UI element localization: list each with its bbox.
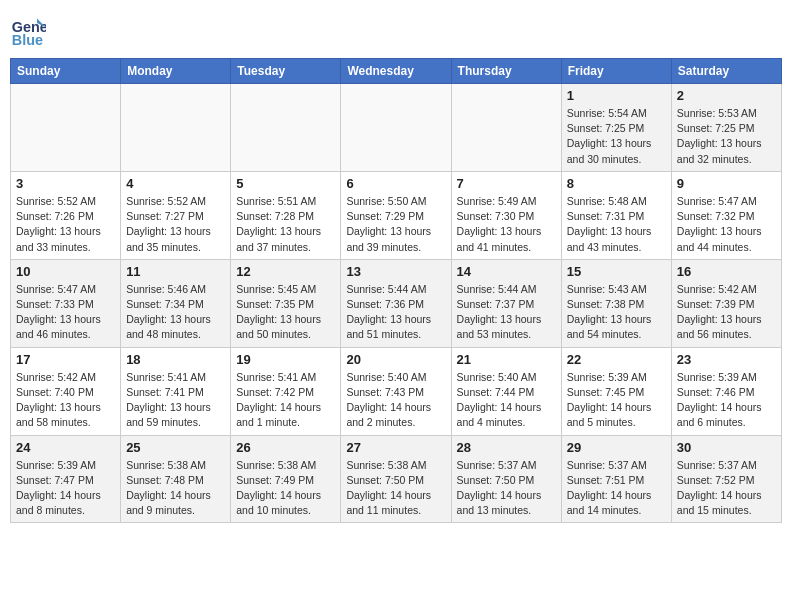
day-number: 30 <box>677 440 776 455</box>
day-detail: Sunrise: 5:42 AM Sunset: 7:40 PM Dayligh… <box>16 370 115 431</box>
calendar-cell: 6Sunrise: 5:50 AM Sunset: 7:29 PM Daylig… <box>341 171 451 259</box>
day-detail: Sunrise: 5:40 AM Sunset: 7:43 PM Dayligh… <box>346 370 445 431</box>
day-detail: Sunrise: 5:40 AM Sunset: 7:44 PM Dayligh… <box>457 370 556 431</box>
weekday-header: Tuesday <box>231 59 341 84</box>
calendar-cell <box>11 84 121 172</box>
calendar-cell: 10Sunrise: 5:47 AM Sunset: 7:33 PM Dayli… <box>11 259 121 347</box>
calendar-cell: 18Sunrise: 5:41 AM Sunset: 7:41 PM Dayli… <box>121 347 231 435</box>
day-number: 19 <box>236 352 335 367</box>
calendar-cell: 22Sunrise: 5:39 AM Sunset: 7:45 PM Dayli… <box>561 347 671 435</box>
calendar-cell: 14Sunrise: 5:44 AM Sunset: 7:37 PM Dayli… <box>451 259 561 347</box>
day-number: 9 <box>677 176 776 191</box>
day-detail: Sunrise: 5:37 AM Sunset: 7:52 PM Dayligh… <box>677 458 776 519</box>
calendar-cell: 3Sunrise: 5:52 AM Sunset: 7:26 PM Daylig… <box>11 171 121 259</box>
calendar-header: SundayMondayTuesdayWednesdayThursdayFrid… <box>11 59 782 84</box>
calendar-cell: 8Sunrise: 5:48 AM Sunset: 7:31 PM Daylig… <box>561 171 671 259</box>
day-detail: Sunrise: 5:39 AM Sunset: 7:45 PM Dayligh… <box>567 370 666 431</box>
day-detail: Sunrise: 5:42 AM Sunset: 7:39 PM Dayligh… <box>677 282 776 343</box>
calendar-cell: 7Sunrise: 5:49 AM Sunset: 7:30 PM Daylig… <box>451 171 561 259</box>
day-detail: Sunrise: 5:41 AM Sunset: 7:42 PM Dayligh… <box>236 370 335 431</box>
calendar-cell: 28Sunrise: 5:37 AM Sunset: 7:50 PM Dayli… <box>451 435 561 523</box>
day-detail: Sunrise: 5:50 AM Sunset: 7:29 PM Dayligh… <box>346 194 445 255</box>
day-detail: Sunrise: 5:47 AM Sunset: 7:32 PM Dayligh… <box>677 194 776 255</box>
calendar-cell: 16Sunrise: 5:42 AM Sunset: 7:39 PM Dayli… <box>671 259 781 347</box>
day-number: 5 <box>236 176 335 191</box>
day-number: 20 <box>346 352 445 367</box>
day-number: 1 <box>567 88 666 103</box>
calendar-cell: 17Sunrise: 5:42 AM Sunset: 7:40 PM Dayli… <box>11 347 121 435</box>
day-number: 3 <box>16 176 115 191</box>
day-number: 2 <box>677 88 776 103</box>
header: General Blue <box>10 10 782 50</box>
day-number: 23 <box>677 352 776 367</box>
day-number: 13 <box>346 264 445 279</box>
calendar-cell: 15Sunrise: 5:43 AM Sunset: 7:38 PM Dayli… <box>561 259 671 347</box>
day-number: 24 <box>16 440 115 455</box>
weekday-header: Monday <box>121 59 231 84</box>
day-detail: Sunrise: 5:38 AM Sunset: 7:50 PM Dayligh… <box>346 458 445 519</box>
calendar-cell: 12Sunrise: 5:45 AM Sunset: 7:35 PM Dayli… <box>231 259 341 347</box>
day-number: 21 <box>457 352 556 367</box>
calendar-cell: 30Sunrise: 5:37 AM Sunset: 7:52 PM Dayli… <box>671 435 781 523</box>
calendar-cell: 20Sunrise: 5:40 AM Sunset: 7:43 PM Dayli… <box>341 347 451 435</box>
day-detail: Sunrise: 5:39 AM Sunset: 7:46 PM Dayligh… <box>677 370 776 431</box>
day-detail: Sunrise: 5:44 AM Sunset: 7:36 PM Dayligh… <box>346 282 445 343</box>
day-number: 26 <box>236 440 335 455</box>
calendar-cell <box>231 84 341 172</box>
day-detail: Sunrise: 5:49 AM Sunset: 7:30 PM Dayligh… <box>457 194 556 255</box>
calendar-cell: 23Sunrise: 5:39 AM Sunset: 7:46 PM Dayli… <box>671 347 781 435</box>
day-detail: Sunrise: 5:38 AM Sunset: 7:49 PM Dayligh… <box>236 458 335 519</box>
day-detail: Sunrise: 5:54 AM Sunset: 7:25 PM Dayligh… <box>567 106 666 167</box>
logo-icon: General Blue <box>10 14 46 50</box>
day-detail: Sunrise: 5:37 AM Sunset: 7:50 PM Dayligh… <box>457 458 556 519</box>
day-detail: Sunrise: 5:39 AM Sunset: 7:47 PM Dayligh… <box>16 458 115 519</box>
day-number: 10 <box>16 264 115 279</box>
day-detail: Sunrise: 5:37 AM Sunset: 7:51 PM Dayligh… <box>567 458 666 519</box>
day-detail: Sunrise: 5:41 AM Sunset: 7:41 PM Dayligh… <box>126 370 225 431</box>
day-number: 29 <box>567 440 666 455</box>
day-number: 11 <box>126 264 225 279</box>
day-detail: Sunrise: 5:48 AM Sunset: 7:31 PM Dayligh… <box>567 194 666 255</box>
calendar-cell: 19Sunrise: 5:41 AM Sunset: 7:42 PM Dayli… <box>231 347 341 435</box>
weekday-header: Thursday <box>451 59 561 84</box>
calendar-cell: 2Sunrise: 5:53 AM Sunset: 7:25 PM Daylig… <box>671 84 781 172</box>
calendar-cell: 1Sunrise: 5:54 AM Sunset: 7:25 PM Daylig… <box>561 84 671 172</box>
day-detail: Sunrise: 5:52 AM Sunset: 7:26 PM Dayligh… <box>16 194 115 255</box>
weekday-header: Friday <box>561 59 671 84</box>
day-number: 17 <box>16 352 115 367</box>
day-detail: Sunrise: 5:38 AM Sunset: 7:48 PM Dayligh… <box>126 458 225 519</box>
day-number: 4 <box>126 176 225 191</box>
day-detail: Sunrise: 5:52 AM Sunset: 7:27 PM Dayligh… <box>126 194 225 255</box>
calendar-cell: 5Sunrise: 5:51 AM Sunset: 7:28 PM Daylig… <box>231 171 341 259</box>
day-detail: Sunrise: 5:47 AM Sunset: 7:33 PM Dayligh… <box>16 282 115 343</box>
day-number: 28 <box>457 440 556 455</box>
calendar-cell: 25Sunrise: 5:38 AM Sunset: 7:48 PM Dayli… <box>121 435 231 523</box>
weekday-header: Saturday <box>671 59 781 84</box>
svg-text:Blue: Blue <box>12 32 43 48</box>
calendar-cell: 13Sunrise: 5:44 AM Sunset: 7:36 PM Dayli… <box>341 259 451 347</box>
day-number: 8 <box>567 176 666 191</box>
weekday-header: Sunday <box>11 59 121 84</box>
day-number: 25 <box>126 440 225 455</box>
calendar-cell <box>121 84 231 172</box>
calendar: SundayMondayTuesdayWednesdayThursdayFrid… <box>10 58 782 523</box>
day-number: 6 <box>346 176 445 191</box>
logo: General Blue <box>10 14 50 50</box>
calendar-cell <box>341 84 451 172</box>
calendar-cell: 11Sunrise: 5:46 AM Sunset: 7:34 PM Dayli… <box>121 259 231 347</box>
calendar-cell: 9Sunrise: 5:47 AM Sunset: 7:32 PM Daylig… <box>671 171 781 259</box>
day-number: 27 <box>346 440 445 455</box>
day-number: 16 <box>677 264 776 279</box>
calendar-cell: 27Sunrise: 5:38 AM Sunset: 7:50 PM Dayli… <box>341 435 451 523</box>
calendar-cell <box>451 84 561 172</box>
day-detail: Sunrise: 5:46 AM Sunset: 7:34 PM Dayligh… <box>126 282 225 343</box>
day-number: 14 <box>457 264 556 279</box>
calendar-cell: 26Sunrise: 5:38 AM Sunset: 7:49 PM Dayli… <box>231 435 341 523</box>
calendar-cell: 21Sunrise: 5:40 AM Sunset: 7:44 PM Dayli… <box>451 347 561 435</box>
day-detail: Sunrise: 5:45 AM Sunset: 7:35 PM Dayligh… <box>236 282 335 343</box>
day-detail: Sunrise: 5:43 AM Sunset: 7:38 PM Dayligh… <box>567 282 666 343</box>
day-detail: Sunrise: 5:53 AM Sunset: 7:25 PM Dayligh… <box>677 106 776 167</box>
day-number: 22 <box>567 352 666 367</box>
calendar-cell: 4Sunrise: 5:52 AM Sunset: 7:27 PM Daylig… <box>121 171 231 259</box>
day-number: 7 <box>457 176 556 191</box>
